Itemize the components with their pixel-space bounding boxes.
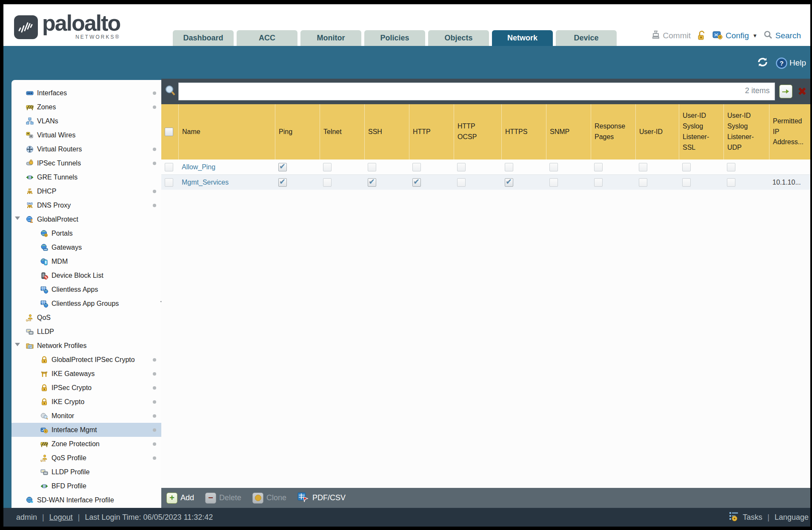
main-nav-tabs: Dashboard ACC Monitor Policies Objects N… [173,30,617,46]
sd-wan-interface-profile-icon [26,496,34,504]
sidebar-item-bfd-profile[interactable]: BFD Profile [11,479,161,493]
select-all-checkbox[interactable] [165,128,173,136]
sidebar-item-label: GlobalProtect [37,216,78,223]
help-button[interactable]: ? Help [776,57,806,69]
uid-udp-checkbox [727,163,735,171]
sidebar-item-network-profiles[interactable]: Network Profiles [11,339,161,353]
col-response-pages[interactable]: Response Pages [591,104,635,160]
sidebar-item-globalprotect[interactable]: GlobalProtect [11,212,161,226]
col-ssh[interactable]: SSH [364,104,409,160]
sidebar-item-ike-crypto[interactable]: IKE Crypto [11,395,161,409]
logout-link[interactable]: Logout [49,513,73,522]
sidebar-item-dns-proxy[interactable]: DNSDNS Proxy [11,198,161,212]
logged-in-user: admin [16,513,37,522]
response-pages-checkbox [594,178,603,187]
sidebar-item-globalprotect-ipsec-crypto[interactable]: GlobalProtect IPSec Crypto [11,353,161,367]
sidebar-item-clientless-app-groups[interactable]: Clientless App Groups [11,296,161,311]
add-icon: + [166,493,177,504]
profile-link[interactable]: Allow_Ping [182,163,215,171]
col-name[interactable]: Name [178,104,275,160]
expand-twisty-icon[interactable] [15,343,20,346]
item-dot-icon [153,428,156,432]
zones-icon [26,103,34,111]
add-button[interactable]: + Add [166,493,194,504]
clear-filter-button[interactable]: ✖ [798,86,807,97]
tab-objects[interactable]: Objects [428,30,489,46]
row-checkbox[interactable] [165,163,173,171]
interfaces-icon [26,89,34,97]
item-dot-icon [153,442,156,446]
sidebar-item-portals[interactable]: Portals [11,226,161,240]
sidebar-item-gateways[interactable]: Gateways [11,240,161,254]
sidebar-item-label: Clientless Apps [51,286,98,293]
sidebar-item-lldp[interactable]: LLDP [11,325,161,339]
bfd-profile-icon [40,482,48,490]
tab-monitor[interactable]: Monitor [300,30,361,46]
sidebar-item-virtual-routers[interactable]: Virtual Routers [11,142,161,156]
item-dot-icon [153,386,156,390]
item-dot-icon [153,204,156,207]
sidebar-item-lldp-profile[interactable]: LLDP Profile [11,465,161,479]
tab-device[interactable]: Device [556,30,617,46]
globalprotect-icon [26,216,34,223]
tab-network[interactable]: Network [492,30,553,46]
row-checkbox[interactable] [165,178,173,187]
col-ping[interactable]: Ping [275,104,320,160]
sidebar-item-interfaces[interactable]: Interfaces [11,86,161,100]
profile-link[interactable]: Mgmt_Services [182,179,229,186]
paloalto-logo: paloalto NETWORKS® [14,9,120,40]
language-button[interactable]: Language [775,513,809,522]
col-snmp[interactable]: SNMP [546,104,591,160]
sidebar-item-vlans[interactable]: VLANs [11,114,161,128]
commit-button[interactable]: Commit [651,30,691,42]
col-http-ocsp[interactable]: HTTP OCSP [454,104,501,160]
sidebar-item-sd-wan-interface-profile[interactable]: SD-WAN Interface Profile [11,493,161,507]
sidebar-item-gre-tunnels[interactable]: GRE Tunnels [11,170,161,184]
tasks-icon [729,511,740,524]
col-uid-syslog-ssl[interactable]: User-ID Syslog Listener-SSL [679,104,723,160]
item-dot-icon [153,190,156,193]
sidebar-item-qos[interactable]: QoSQoS [11,311,161,325]
sidebar-item-interface-mgmt[interactable]: Interface Mgmt [11,423,161,437]
sidebar-item-qos-profile[interactable]: QoSQoS Profile [11,451,161,465]
expand-twisty-icon[interactable] [15,217,20,220]
sidebar-item-label: Device Block List [51,272,103,279]
search-button[interactable]: Search [763,30,801,42]
pdf-csv-button[interactable]: PDF/CSV [297,491,346,504]
sidebar-item-ipsec-tunnels[interactable]: IPSec Tunnels [11,156,161,170]
filter-input[interactable] [178,83,775,100]
col-permitted-ip[interactable]: Permitted IP Address... [769,104,812,160]
config-caret-icon: ▼ [752,33,758,39]
col-https[interactable]: HTTPS [501,104,546,160]
sidebar-item-monitor[interactable]: Monitor [11,409,161,423]
sidebar-item-clientless-apps[interactable]: Clientless Apps [11,282,161,296]
col-telnet[interactable]: Telnet [320,104,364,160]
tab-acc[interactable]: ACC [237,30,297,46]
sidebar-item-ipsec-crypto[interactable]: IPSec Crypto [11,381,161,395]
sidebar-item-label: QoS Profile [51,454,86,462]
sidebar-item-zones[interactable]: Zones [11,100,161,114]
refresh-icon[interactable] [756,56,769,70]
sidebar-item-dhcp[interactable]: IPDHCP [11,184,161,198]
col-user-id[interactable]: User-ID [635,104,679,160]
sidebar-item-device-block-list[interactable]: Device Block List [11,268,161,282]
filter-search-icon [165,85,176,98]
sidebar-item-virtual-wires[interactable]: Virtual Wires [11,128,161,142]
tab-policies[interactable]: Policies [364,30,425,46]
apply-filter-button[interactable] [779,85,793,98]
sidebar-item-ike-gateways[interactable]: IKE Gateways [11,367,161,381]
col-http[interactable]: HTTP [409,104,454,160]
tab-dashboard[interactable]: Dashboard [173,30,234,46]
item-dot-icon [153,456,156,460]
col-uid-syslog-udp[interactable]: User-ID Syslog Listener-UDP [723,104,769,160]
item-dot-icon [153,148,156,151]
sidebar-item-zone-protection[interactable]: Zone Protection [11,437,161,451]
lock-button[interactable] [697,31,706,41]
sidebar-item-label: VLANs [37,117,58,125]
sidebar-item-mdm[interactable]: MDM [11,254,161,268]
clone-button[interactable]: Clone [252,493,286,504]
action-bar: + Add − Delete Clone [161,488,810,508]
tasks-button[interactable]: Tasks [743,513,762,522]
delete-button[interactable]: − Delete [205,493,241,504]
config-menu[interactable]: Config ▼ [712,30,758,42]
